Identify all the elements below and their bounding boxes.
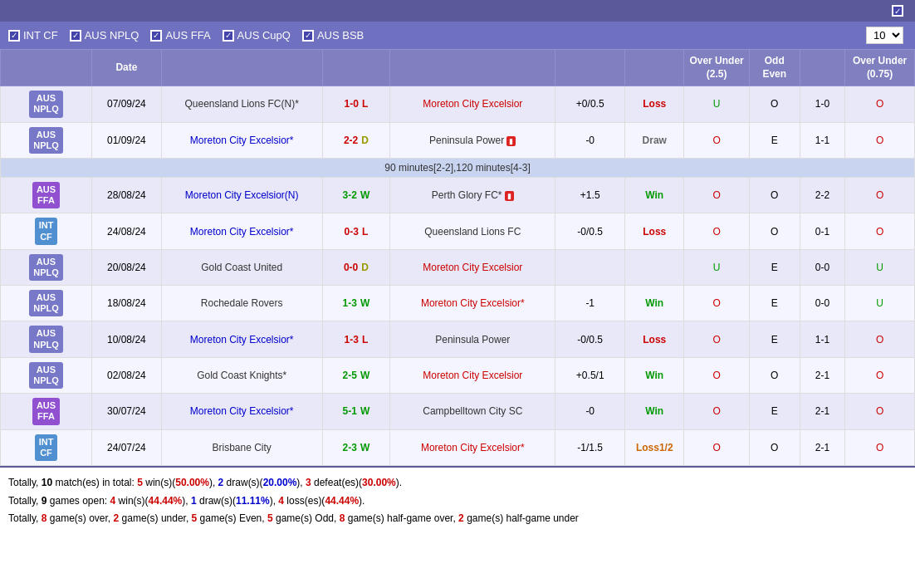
table-row: AUSFFA28/08/24Moreton City Excelsior(N)3…: [1, 177, 915, 213]
team1-name: Gold Coast United: [161, 249, 322, 285]
team1-name: Queensland Lions FC(N)*: [161, 86, 322, 122]
match-date: 24/08/24: [91, 213, 161, 249]
summary-wins: 5: [137, 477, 143, 488]
table-row: AUSNPLQ01/09/24Moreton City Excelsior*2-…: [1, 122, 915, 158]
match-score: 0-3L: [322, 213, 390, 249]
table-row: AUSFFA30/07/24Moreton City Excelsior*5-1…: [1, 394, 915, 429]
over-under-075: O: [845, 86, 915, 122]
over-under-075: O: [845, 321, 915, 357]
check-icon: ✓: [72, 31, 79, 40]
col-result: [322, 50, 390, 86]
team2-name: Peninsula Power: [390, 321, 555, 357]
summary-defeats-pct: 30.00%: [362, 477, 396, 488]
filter-auscupq-label: AUS CupQ: [237, 29, 291, 42]
odds: Loss1/2: [625, 429, 684, 465]
over-under-25: O: [684, 122, 750, 158]
team1-name: Rochedale Rovers: [161, 286, 322, 321]
match-date: 07/09/24: [91, 86, 161, 122]
team2-name: Moreton City Excelsior: [390, 357, 555, 393]
filter-ausnplq[interactable]: ✓ AUS NPLQ: [70, 29, 139, 42]
over-under-25: O: [684, 213, 750, 249]
handicap: -1/1.5: [555, 429, 625, 465]
over-under-25: U: [684, 249, 750, 285]
filter-ausffa[interactable]: ✓ AUS FFA: [150, 29, 210, 42]
over-under-25: O: [684, 394, 750, 429]
team2-name: Campbelltown City SC: [390, 394, 555, 429]
filter-auscupq-checkbox[interactable]: ✓: [223, 30, 234, 42]
filter-ausbsb-checkbox[interactable]: ✓: [302, 30, 314, 42]
display-notes-checkbox[interactable]: ✓: [892, 5, 903, 17]
summary-wins-pct: 50.00%: [175, 477, 209, 488]
match-score: 0-0D: [322, 249, 390, 285]
ht-score: 2-1: [800, 357, 844, 393]
col-team1: [161, 50, 322, 86]
over-under-25: O: [684, 177, 750, 213]
ht-score: 0-0: [800, 249, 844, 285]
team1-name: Brisbane City: [161, 429, 322, 465]
filter-ausbsb-label: AUS BSB: [317, 29, 364, 42]
odd-even: E: [749, 122, 800, 158]
match-date: 24/07/24: [91, 429, 161, 465]
filter-ausnplq-label: AUS NPLQ: [85, 29, 139, 42]
summary-open-losses: 4: [278, 495, 284, 507]
handicap: -0: [555, 122, 625, 158]
filter-ausffa-checkbox[interactable]: ✓: [150, 30, 162, 42]
summary-open-losses-pct: 44.44%: [325, 495, 359, 507]
over-under-25: O: [684, 286, 750, 321]
last-games-control: 10 20 30 50: [863, 27, 907, 44]
match-score: 2-5W: [322, 357, 390, 393]
ht-score: 2-1: [800, 429, 844, 465]
over-under-075: U: [845, 249, 915, 285]
odd-even: O: [749, 213, 800, 249]
table-row: INTCF24/08/24Moreton City Excelsior*0-3L…: [1, 213, 915, 249]
summary-defeats: 3: [306, 477, 311, 488]
over-under-25: U: [684, 86, 750, 122]
team2-name: Moreton City Excelsior*: [390, 429, 555, 465]
col-odd-even: Odd Even: [749, 50, 800, 86]
summary-total-matches: 10: [42, 477, 52, 488]
match-badge: INTCF: [1, 429, 92, 465]
odd-even: E: [749, 394, 800, 429]
filter-ausbsb[interactable]: ✓ AUS BSB: [302, 29, 364, 42]
column-header-row: Date Over Under (2.5) Odd Even Over Unde…: [1, 50, 915, 86]
summary-draws-pct: 20.00%: [263, 477, 297, 488]
display-notes-toggle[interactable]: ✓: [892, 5, 907, 17]
filter-auscupq[interactable]: ✓ AUS CupQ: [223, 29, 291, 42]
odds: Win: [625, 286, 684, 321]
last-games-select[interactable]: 10 20 30 50: [866, 27, 903, 44]
team1-name: Moreton City Excelsior*: [161, 394, 322, 429]
team1-name: Moreton City Excelsior*: [161, 321, 322, 357]
summary-over: 8: [42, 512, 47, 524]
summary-draws: 2: [218, 477, 224, 488]
filter-intcf-checkbox[interactable]: ✓: [8, 30, 20, 42]
odd-even: O: [749, 357, 800, 393]
header-right: ✓: [892, 5, 907, 17]
col-odds: [625, 50, 684, 86]
table-row: AUSNPLQ07/09/24Queensland Lions FC(N)*1-…: [1, 86, 915, 122]
match-date: 18/08/24: [91, 286, 161, 321]
ht-score: 0-0: [800, 286, 844, 321]
summary-hgunder: 2: [458, 512, 464, 524]
col-handicap: [555, 50, 625, 86]
col-ht: [800, 50, 844, 86]
col-team2: [390, 50, 555, 86]
ht-score: 2-2: [800, 177, 844, 213]
match-badge: AUSNPLQ: [1, 357, 92, 393]
summary-open-draws-pct: 11.11%: [236, 495, 270, 507]
ht-score: 1-1: [800, 122, 844, 158]
filter-ausnplq-checkbox[interactable]: ✓: [70, 30, 81, 42]
match-date: 20/08/24: [91, 249, 161, 285]
match-score: 1-3L: [322, 321, 390, 357]
filter-intcf[interactable]: ✓ INT CF: [8, 29, 58, 42]
col-date: Date: [91, 50, 161, 86]
note-row: 90 minutes[2-2],120 minutes[4-3]: [1, 158, 915, 177]
checkmark-icon: ✓: [894, 7, 901, 16]
odds: Loss: [625, 321, 684, 357]
odds: Loss: [625, 86, 684, 122]
odd-even: O: [749, 177, 800, 213]
data-table: Date Over Under (2.5) Odd Even Over Unde…: [0, 49, 915, 466]
handicap: [555, 249, 625, 285]
check-icon: ✓: [305, 31, 311, 40]
odds: Win: [625, 394, 684, 429]
match-badge: AUSFFA: [1, 394, 92, 429]
